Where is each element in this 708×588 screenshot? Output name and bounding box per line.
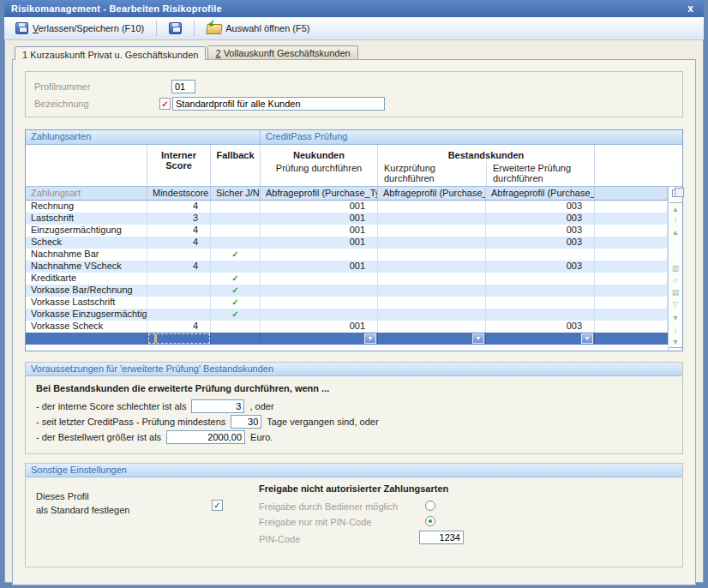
cell-abfrage-kurz[interactable]	[378, 249, 486, 261]
cell-sicher-jn[interactable]	[211, 201, 261, 213]
cell-filler[interactable]	[595, 213, 668, 225]
cell-abfrage-neu[interactable]	[261, 285, 378, 297]
cell-abfrage-kurz[interactable]	[378, 309, 486, 321]
tab-vollauskunft[interactable]: 2 Vollauskunft Geschäftskunden	[207, 45, 357, 59]
pin-code-input[interactable]	[419, 531, 464, 544]
cell-sicher-jn[interactable]: ✓	[211, 297, 261, 309]
cell-abfrage-erw[interactable]: 003	[486, 201, 595, 213]
cell-abfrage-erw[interactable]	[486, 249, 595, 261]
cell-zahlungsart[interactable]: Scheck	[26, 237, 147, 249]
cell-sicher-jn[interactable]	[211, 333, 261, 345]
cell-filler[interactable]	[595, 225, 668, 237]
cell-zahlungsart[interactable]: Vorkasse Bar/Rechnung	[26, 285, 147, 297]
cell-abfrage-erw[interactable]: 003	[486, 237, 595, 249]
col-abfrageprofil-erw[interactable]: Abfrageprofil (Purchase_Type)	[486, 187, 595, 200]
scroll-up-icon[interactable]: ▲	[669, 226, 682, 238]
col-abfrageprofil-kurz[interactable]: Abfrageprofil (Purchase_Type)	[378, 187, 486, 200]
scroll-first-icon[interactable]: ▲	[669, 202, 682, 214]
cell-zahlungsart[interactable]: Nachnahme Bar	[26, 249, 147, 261]
cell-abfrage-kurz[interactable]	[378, 297, 486, 309]
cell-abfrage-kurz[interactable]	[378, 321, 486, 333]
columns-icon[interactable]: ▥	[669, 262, 682, 274]
cell-mindestscore[interactable]	[147, 273, 211, 285]
cell-zahlungsart[interactable]: Lastschrift	[26, 213, 147, 225]
table-row[interactable]: Nachnahme VScheck4001003	[26, 261, 668, 273]
cell-abfrage-kurz[interactable]	[378, 201, 486, 213]
cell-filler[interactable]	[595, 309, 668, 321]
cell-abfrage-erw[interactable]	[486, 309, 595, 321]
table-row[interactable]: Nachnahme Bar✓	[26, 249, 668, 261]
cell-mindestscore[interactable]: 4	[147, 201, 211, 213]
cell-abfrage-kurz[interactable]: ▼	[378, 333, 486, 345]
cell-filler[interactable]	[595, 285, 668, 297]
dropdown-button[interactable]: ▼	[472, 333, 484, 344]
option-bediener-radio[interactable]	[425, 501, 435, 511]
cell-filler[interactable]	[595, 261, 668, 273]
cell-filler[interactable]	[595, 333, 668, 345]
condition-amount-input[interactable]	[166, 430, 245, 444]
bezeichnung-input[interactable]	[172, 97, 385, 111]
cell-abfrage-neu[interactable]	[261, 309, 378, 321]
cell-abfrage-neu[interactable]: 001	[261, 321, 378, 333]
cell-abfrage-neu[interactable]	[261, 273, 378, 285]
cell-abfrage-kurz[interactable]	[378, 273, 486, 285]
cell-abfrage-kurz[interactable]	[378, 237, 486, 249]
copy-icon[interactable]	[672, 189, 680, 197]
cell-mindestscore[interactable]: 4	[147, 225, 211, 237]
save-exit-button[interactable]: Verlassen/Speichern (F10)	[9, 20, 150, 37]
cell-mindestscore[interactable]: 4	[147, 261, 211, 273]
col-abfrageprofil-neu[interactable]: Abfrageprofil (Purchase_Type)	[261, 187, 378, 200]
cell-sicher-jn[interactable]	[211, 225, 261, 237]
cell-mindestscore[interactable]	[147, 309, 211, 321]
cell-abfrage-erw[interactable]: 003	[486, 261, 595, 273]
scroll-last-icon[interactable]: ▼	[669, 336, 682, 348]
cell-sicher-jn[interactable]	[211, 213, 261, 225]
option-pin-radio[interactable]	[425, 516, 435, 526]
profilnummer-input[interactable]	[171, 80, 195, 93]
table-row[interactable]: Lastschrift3001003	[26, 213, 668, 225]
cell-abfrage-erw[interactable]: 003	[486, 225, 595, 237]
cell-mindestscore[interactable]: 4	[147, 321, 211, 333]
cell-zahlungsart[interactable]	[26, 333, 147, 345]
col-sicher-jn[interactable]: Sicher J/N	[211, 187, 261, 200]
cell-abfrage-kurz[interactable]	[378, 213, 486, 225]
cell-abfrage-neu[interactable]: 001	[261, 201, 378, 213]
condition-score-input[interactable]	[191, 399, 244, 413]
table-row[interactable]: Rechnung4001003	[26, 201, 668, 213]
cell-abfrage-erw[interactable]: 003	[486, 321, 595, 333]
cell-filler[interactable]	[595, 237, 668, 249]
col-zahlungsart[interactable]: Zahlungsart	[26, 187, 147, 200]
cell-sicher-jn[interactable]	[211, 237, 261, 249]
table-row[interactable]: Einzugsermächtigung4001003	[26, 225, 668, 237]
cell-zahlungsart[interactable]: Vorkasse Scheck	[26, 321, 147, 333]
cell-abfrage-kurz[interactable]	[378, 225, 486, 237]
scroll-down-icon[interactable]: ▼	[669, 312, 682, 324]
cell-mindestscore[interactable]	[147, 285, 211, 297]
cell-sicher-jn[interactable]: ✓	[211, 249, 261, 261]
cell-abfrage-erw[interactable]	[486, 273, 595, 285]
cell-zahlungsart[interactable]: Kreditkarte	[26, 273, 147, 285]
cell-zahlungsart[interactable]: Einzugsermächtigung	[26, 225, 147, 237]
cell-abfrage-neu[interactable]: 001	[261, 213, 378, 225]
table-row[interactable]: ▼▼▼	[26, 333, 668, 345]
table-row[interactable]: Vorkasse Bar/Rechnung✓	[26, 285, 668, 297]
condition-days-input[interactable]	[231, 415, 261, 429]
table-row[interactable]: Vorkasse Scheck4001003	[26, 321, 668, 333]
cell-zahlungsart[interactable]: Rechnung	[26, 201, 147, 213]
table-row[interactable]: Vorkasse Lastschrift✓	[26, 297, 668, 309]
list-icon[interactable]: ▤	[669, 286, 682, 298]
cell-abfrage-erw[interactable]: 003	[486, 213, 595, 225]
cell-abfrage-neu[interactable]: ▼	[261, 333, 378, 345]
cell-abfrage-erw[interactable]: ▼	[486, 333, 595, 345]
cell-mindestscore[interactable]	[147, 333, 211, 345]
cell-filler[interactable]	[595, 321, 668, 333]
cell-filler[interactable]	[595, 273, 668, 285]
table-row[interactable]: Scheck4001003	[26, 237, 668, 249]
tab-kurzauskunft[interactable]: 1 Kurzauskunft Privat u. Geschäftskunden	[15, 46, 206, 60]
cell-abfrage-neu[interactable]: 001	[261, 237, 378, 249]
dropdown-button[interactable]: ▼	[581, 333, 593, 344]
cell-abfrage-erw[interactable]	[486, 285, 595, 297]
search-icon[interactable]: ○	[669, 274, 682, 286]
cell-abfrage-neu[interactable]	[261, 297, 378, 309]
cell-abfrage-kurz[interactable]	[378, 261, 486, 273]
